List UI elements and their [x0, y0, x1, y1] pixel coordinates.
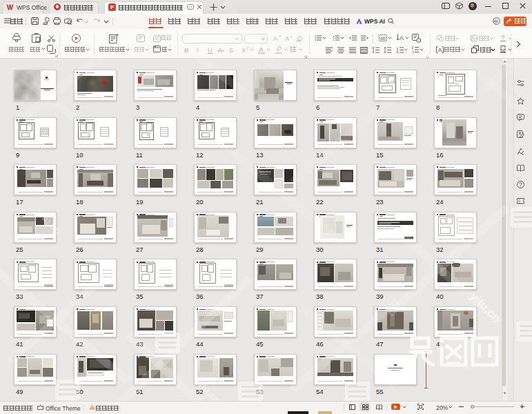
svg-text:ab: ab	[380, 36, 386, 41]
svg-text:A: A	[438, 47, 442, 53]
svg-text:A: A	[400, 34, 404, 41]
